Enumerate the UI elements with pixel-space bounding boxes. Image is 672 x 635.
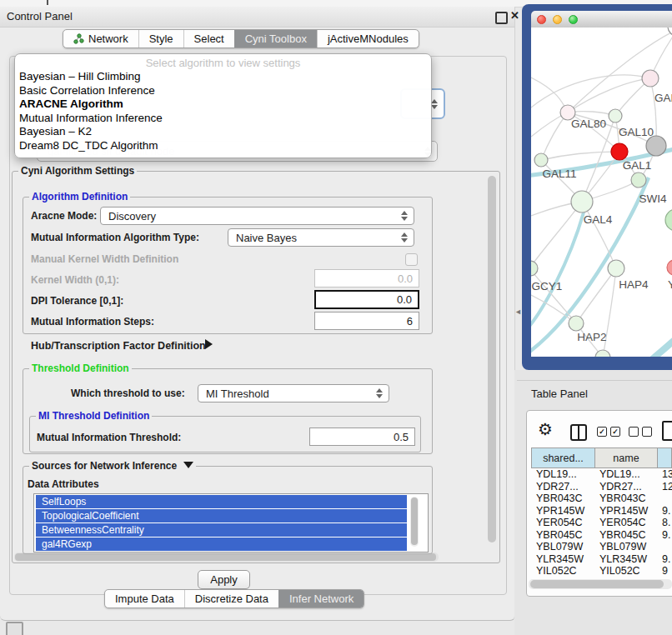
network-edge[interactable] [531,202,582,268]
kernel-width-value: 0.0 [398,272,413,285]
network-node-y[interactable] [667,260,672,275]
mi-steps-field[interactable]: 6 [314,312,419,330]
network-node-gcy1[interactable] [531,261,538,276]
mi-algorithm-type-combo[interactable]: Naive Bayes [228,228,414,247]
attribute-item-selected[interactable]: gal4RGexp [36,538,407,551]
network-node-gal4[interactable] [571,191,593,212]
network-edge[interactable] [568,78,650,112]
mac-minimize-icon[interactable] [553,15,562,24]
network-node-gal1[interactable] [611,143,628,160]
network-node[interactable] [665,209,672,231]
table-row[interactable]: YIL052CYIL052C9 [531,565,672,577]
network-node-hap2[interactable] [569,316,584,331]
split-pane-collapse-icon[interactable]: ◄ [514,308,522,316]
network-node-hap4[interactable] [608,260,624,277]
mi-algorithm-type-label: Mutual Information Algorithm Type: [31,232,199,243]
table-row[interactable]: YER054CYER054C8. [531,517,672,529]
algorithm-dropdown-list: Select algorithm to view settings Bayesi… [14,53,432,158]
file-icon[interactable] [662,421,672,441]
mac-zoom-icon[interactable] [569,15,578,24]
tab-impute-data[interactable]: Impute Data [105,590,184,608]
dpi-tolerance-field[interactable]: 0.0 [314,290,419,309]
table-row[interactable]: YDL19...YDL19...13 [531,468,672,481]
tab-network[interactable]: Network [63,30,138,48]
unchecked-boxes-icon[interactable] [629,427,652,437]
manual-kernel-checkbox[interactable] [405,253,418,266]
network-edge-thick[interactable] [531,212,584,330]
tab-infer-network[interactable]: Infer Network [278,590,364,608]
aracne-mode-label: Aracne Mode: [31,210,97,222]
mi-threshold-field[interactable]: 0.5 [309,428,415,446]
network-node-swi4[interactable] [631,172,646,188]
checked-boxes-icon[interactable]: ✓ ✓ [597,427,620,437]
kernel-width-field[interactable]: 0.0 [314,269,419,288]
table-row[interactable]: YLR345WYLR345W9. [531,553,672,566]
column-header[interactable] [658,448,671,468]
float-window-icon[interactable] [495,12,508,24]
node-label: HAP4 [619,278,649,291]
which-threshold-value: MI Threshold [206,388,269,400]
network-node-gal11[interactable] [534,153,548,167]
tab-label: Select [194,32,224,45]
dropdown-item[interactable]: Dream8 DC_TDC Algorithm [15,139,431,153]
table-row[interactable]: YBR045CYBR045C9. [531,529,672,542]
node-label: GAL11 [542,168,576,180]
network-node-gal10[interactable] [609,109,622,122]
network-edge-thick[interactable] [650,332,672,357]
which-threshold-combo[interactable]: MI Threshold [198,384,389,402]
table-horizontal-scrollbar[interactable] [529,579,672,589]
mi-threshold-value: 0.5 [394,431,409,443]
tab-style[interactable]: Style [138,30,183,48]
aracne-mode-combo[interactable]: Discovery [100,207,414,225]
data-attributes-list[interactable]: SelfLoopsTopologicalCoefficientBetweenne… [33,493,429,552]
dropdown-prompt: Select algorithm to view settings [15,57,431,70]
settings-vertical-scrollbar[interactable] [487,174,497,551]
column-header[interactable]: name [595,448,658,468]
network-edge[interactable] [541,152,619,160]
mi-algorithm-type-value: Naive Bayes [236,232,297,244]
table-row[interactable]: YPR145WYPR145W9. [531,505,672,518]
columns-icon[interactable] [570,424,587,441]
checkbox-checked-icon: ✓ [610,427,620,437]
tab-select[interactable]: Select [183,30,234,48]
dropdown-item[interactable]: ARACNE Algorithm [15,98,431,112]
dropdown-item[interactable]: Mutual Information Inference [15,112,431,126]
node-label: SWI4 [639,192,666,205]
list-vertical-scrollbar[interactable] [410,497,419,547]
checkbox-unchecked-icon [642,427,652,437]
table-cell: YDL19... [594,468,657,480]
mac-close-icon[interactable] [537,15,546,24]
table-row[interactable]: YDR27...YDR27...12 [531,481,672,493]
network-node-gal[interactable] [642,70,659,87]
tab-cyni-toolbox[interactable]: Cyni Toolbox [234,30,317,48]
hub-collapsed-arrow-icon[interactable] [205,339,213,349]
dropdown-item[interactable]: Bayesian – Hill Climbing [15,70,431,84]
network-edge[interactable] [603,268,616,357]
tab-label: jActiveMNodules [328,32,409,45]
combo-spinner-icon [401,211,408,221]
apply-button[interactable]: Apply [198,570,250,589]
sources-expanded-arrow-icon[interactable] [183,462,193,468]
column-header[interactable]: shared... [532,448,595,468]
table-cell: 8. [657,517,672,528]
table-row[interactable]: YBR043CYBR043C [531,492,672,505]
table-cell: YIL052C [531,565,594,577]
network-node[interactable] [646,136,666,156]
table-row[interactable]: YBL079WYBL079W [531,541,672,553]
attribute-item-selected[interactable]: SelfLoops [36,495,407,508]
tab-jactivemnodules[interactable]: jActiveMNodules [317,30,419,48]
table-cell: YDR27... [531,481,594,492]
attribute-item-selected[interactable]: BetweennessCentrality [36,523,407,537]
tab-discretize-data[interactable]: Discretize Data [184,590,278,608]
close-panel-icon[interactable]: ✕ [510,9,519,22]
network-canvas[interactable]: GALGAL80GAL10GAL1GAL11SWI4GAL4GCY1HAP4YH… [531,28,672,357]
dropdown-item[interactable]: Bayesian – K2 [15,125,431,139]
table-cell: YDL19... [531,468,594,480]
network-node[interactable] [668,28,672,36]
gear-icon[interactable]: ⚙ [538,421,553,438]
minimized-panel-icon[interactable] [6,622,23,635]
dropdown-item[interactable]: Basic Correlation Inference [15,84,431,98]
mi-threshold-title: MI Threshold Definition [36,410,152,422]
attribute-item-selected[interactable]: TopologicalCoefficient [36,509,407,522]
network-view-titlebar[interactable] [531,11,672,28]
